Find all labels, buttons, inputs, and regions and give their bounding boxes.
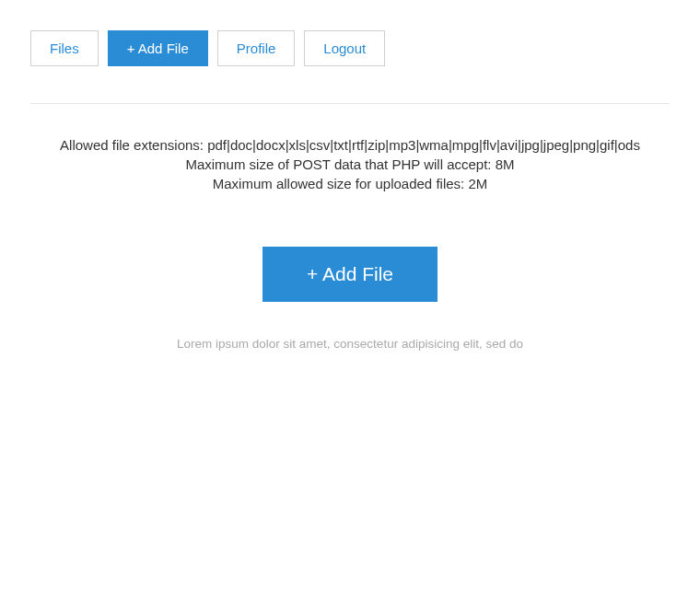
nav-logout-button[interactable]: Logout [304, 30, 385, 66]
upload-info: Allowed file extensions: pdf|doc|docx|xl… [30, 135, 670, 193]
nav-add-file-button[interactable]: + Add File [108, 30, 208, 66]
max-post-text: Maximum size of POST data that PHP will … [30, 155, 670, 174]
top-nav: Files + Add File Profile Logout [30, 30, 670, 66]
add-file-button[interactable]: + Add File [262, 247, 438, 302]
allowed-extensions-text: Allowed file extensions: pdf|doc|docx|xl… [30, 135, 670, 155]
nav-files-button[interactable]: Files [30, 30, 99, 66]
help-text: Lorem ipsum dolor sit amet, consectetur … [30, 337, 670, 351]
add-file-section: + Add File [30, 247, 670, 302]
divider [30, 103, 670, 104]
nav-profile-button[interactable]: Profile [217, 30, 296, 66]
max-upload-text: Maximum allowed size for uploaded files:… [30, 174, 670, 193]
